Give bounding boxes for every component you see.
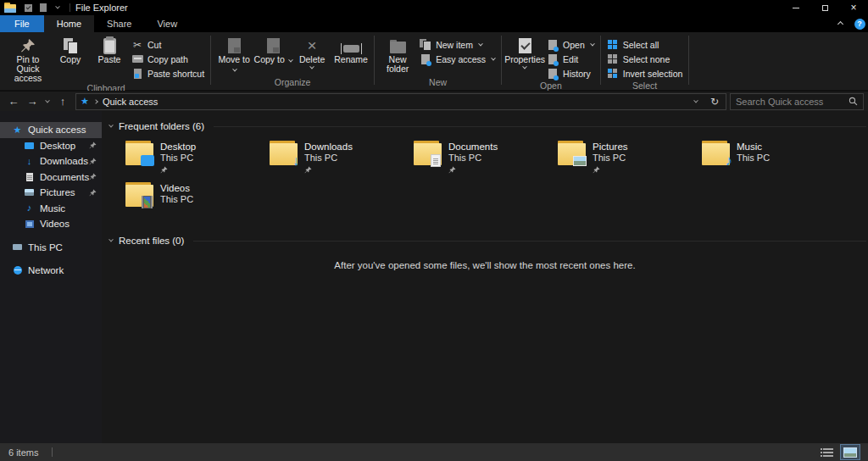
desktop-icon [25,142,34,149]
tab-view[interactable]: View [144,15,190,32]
breadcrumb[interactable]: ★ Quick access ↻ [75,93,726,110]
edit-button[interactable]: Edit [544,52,597,66]
details-view-button[interactable] [819,445,837,459]
folder-tile-downloads[interactable]: ↓ Downloads This PC [270,141,414,182]
paste-button[interactable]: Paste [90,35,129,64]
open-icon [548,40,557,50]
select-all-button[interactable]: Select all [604,37,686,52]
history-button[interactable]: History [544,66,597,81]
copy-path-button[interactable]: Copy path [129,52,207,66]
recent-files-header[interactable]: Recent files (0) [102,236,868,246]
qat-new-folder-button[interactable] [36,1,50,14]
new-folder-button[interactable]: New folder [378,35,417,74]
details-view-icon [823,448,833,457]
qat-customize-button[interactable] [50,1,64,14]
move-to-button[interactable]: Move to [214,35,253,74]
pin-icon [89,158,97,165]
invert-selection-button[interactable]: Invert selection [604,66,686,81]
folder-tile-desktop[interactable]: Desktop This PC [125,141,270,182]
pin-icon [89,142,97,149]
sidebar-item-label: Downloads [40,156,88,166]
sidebar-item-videos[interactable]: Videos [0,216,102,232]
folder-tile-videos[interactable]: Videos This PC [125,182,270,224]
items-count: 6 items [8,447,38,458]
folder-tile-pictures[interactable]: Pictures This PC [558,141,702,182]
cut-button[interactable]: ✂ Cut [129,37,207,52]
help-button[interactable]: ? [851,15,868,32]
paste-icon [103,38,116,54]
sidebar-item-music[interactable]: ♪ Music [0,201,102,217]
copy-button[interactable]: Copy [51,35,90,64]
qat-properties-button[interactable] [21,1,36,14]
sidebar-item-this-pc[interactable]: This PC [0,240,102,256]
pin-to-quick-access-button[interactable]: Pin to Quick access [5,35,51,83]
maximize-button[interactable] [810,0,839,15]
tile-name: Documents [448,142,498,153]
minimize-ribbon-button[interactable] [829,15,851,32]
frequent-folders-header[interactable]: Frequent folders (6) [102,121,868,131]
button-label: New item [436,40,473,50]
sidebar-item-documents[interactable]: Documents [0,169,102,186]
sidebar-item-network[interactable]: Network [0,263,102,279]
folder-tile-music[interactable]: ♪ Music This PC [702,141,846,182]
button-label: Rename [334,55,368,64]
button-label: Delete [299,55,325,64]
group-label-new: New [376,77,500,88]
ribbon-divider [501,36,502,85]
group-label-organize: Organize [212,77,373,88]
section-title: Frequent folders (6) [119,121,204,131]
easy-access-button[interactable]: Easy access [417,52,498,66]
file-explorer-app-icon [4,3,16,13]
refresh-button[interactable]: ↻ [708,96,721,108]
properties-button[interactable]: Properties [505,35,544,69]
dropdown-caret-icon [590,41,595,46]
paste-shortcut-button[interactable]: Paste shortcut [129,66,207,81]
pin-icon [304,166,312,174]
sidebar-item-quick-access[interactable]: ★ Quick access [0,122,102,138]
dropdown-caret-icon [478,41,483,46]
new-item-button[interactable]: New item [417,37,498,52]
search-input[interactable] [736,97,849,107]
sidebar-item-label: Desktop [40,141,75,151]
properties-icon [519,38,531,53]
address-bar: ← → ↑ ★ Quick access ↻ [0,91,868,111]
videos-icon [25,220,34,228]
open-button[interactable]: Open [544,37,597,52]
tab-home[interactable]: Home [44,15,94,32]
select-none-icon [608,54,617,64]
address-dropdown-button[interactable] [689,100,703,103]
sidebar-item-pictures[interactable]: Pictures [0,185,102,201]
ribbon-group-select: Select all Select none Invert selection … [602,34,688,88]
folder-tile-documents[interactable]: Documents This PC [414,141,558,182]
breadcrumb-segment[interactable]: Quick access [103,97,158,107]
minimize-button[interactable] [782,0,810,15]
back-button[interactable]: ← [4,93,23,110]
up-button[interactable]: ↑ [53,93,72,110]
sidebar-item-label: Pictures [40,187,75,197]
close-button[interactable]: × [839,0,868,15]
delete-button[interactable]: × Delete [292,35,331,69]
rename-button[interactable]: Rename [331,35,370,64]
maximize-icon [822,5,828,11]
recent-locations-button[interactable] [42,93,53,110]
properties-icon [25,4,32,12]
forward-button[interactable]: → [23,93,42,110]
pin-icon [20,38,36,53]
search-icon [849,97,858,106]
tile-name: Downloads [304,142,353,153]
button-label: Move to [214,55,253,74]
tile-name: Desktop [160,142,196,153]
downloads-overlay-icon: ↓ [292,154,299,168]
help-icon: ? [854,19,865,30]
tab-share[interactable]: Share [94,15,144,32]
pictures-icon [25,189,34,196]
copy-to-button[interactable]: Copy to [253,35,292,64]
scissors-icon: ✂ [133,39,142,51]
tab-file[interactable]: File [0,15,44,32]
sidebar-item-desktop[interactable]: Desktop [0,138,102,154]
invert-selection-icon [608,69,617,78]
sidebar-item-downloads[interactable]: ↓ Downloads [0,153,102,169]
select-all-icon [608,40,617,49]
select-none-button[interactable]: Select none [604,52,686,66]
thumbnails-view-button[interactable] [841,445,860,459]
